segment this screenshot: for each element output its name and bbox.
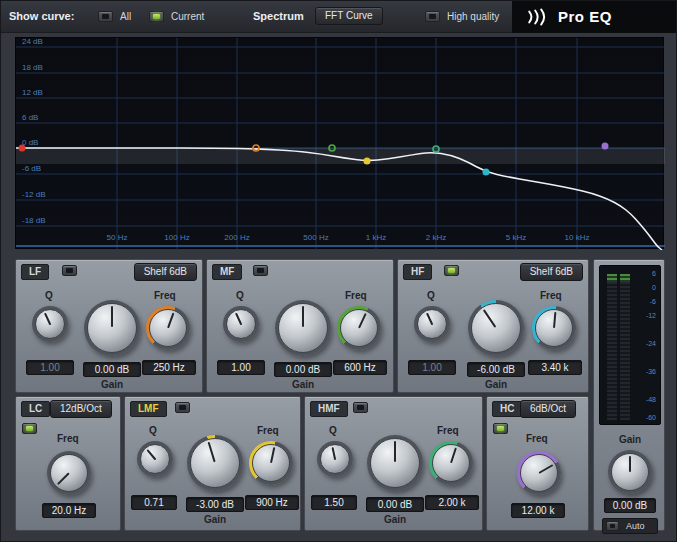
hc-enable-checkbox[interactable] (493, 423, 508, 434)
hc-slope-button[interactable]: 6dB/Oct (520, 400, 576, 418)
lmf-freq-knob[interactable] (249, 441, 293, 485)
mf-freq-value[interactable]: 600 Hz (333, 360, 387, 375)
hmf-q-knob[interactable] (317, 441, 353, 477)
hmf-gain-value[interactable]: 0.00 dB (366, 497, 424, 512)
eq-handle-lmf[interactable] (364, 158, 371, 165)
show-curve-label: Show curve: (9, 10, 74, 22)
hmf-q-value[interactable]: 1.50 (311, 495, 357, 510)
hf-freq-value[interactable]: 3.40 k (528, 360, 582, 375)
knob-pointer (553, 312, 556, 328)
hmf-gain-knob[interactable] (367, 435, 423, 491)
mf-q-knob[interactable] (223, 306, 259, 342)
hf-gain-knob[interactable] (468, 300, 524, 356)
lmf-gain-label: Gain (186, 514, 244, 525)
lf-freq-label: Freq (154, 290, 176, 301)
band-panel-lc: LC 12dB/Oct Freq 20.0 Hz (15, 396, 121, 531)
show-current-checkbox[interactable] (149, 11, 164, 22)
lmf-q-knob[interactable] (137, 441, 173, 477)
fft-curve-button[interactable]: FFT Curve (315, 7, 383, 25)
db-axis-label: 12 dB (22, 88, 43, 97)
knob-pointer (111, 306, 113, 327)
knob-pointer (629, 456, 631, 472)
knob-rotor (513, 447, 565, 499)
lf-freq-value[interactable]: 250 Hz (142, 360, 196, 375)
hc-freq-value[interactable]: 12.00 k (511, 503, 565, 518)
hmf-gain-label: Gain (366, 514, 424, 525)
lc-enable-checkbox[interactable] (22, 423, 37, 434)
knob-pointer (302, 306, 304, 327)
freq-axis-label: 50 Hz (107, 233, 128, 242)
hc-freq-label: Freq (526, 433, 548, 444)
show-all-checkbox[interactable] (98, 11, 113, 22)
freq-axis-label: 2 kHz (426, 233, 446, 242)
freq-axis-label: 500 Hz (303, 233, 328, 242)
high-quality-label: High quality (447, 11, 499, 22)
knob-rotor (317, 441, 353, 477)
hf-freq-knob[interactable] (532, 306, 576, 350)
knob-pointer (358, 313, 367, 328)
lf-q-knob[interactable] (32, 306, 68, 342)
band-tab-lmf[interactable]: LMF (130, 401, 167, 417)
lf-gain-knob[interactable] (84, 300, 140, 356)
knob-pointer (539, 464, 554, 474)
hf-shelf-button[interactable]: Shelf 6dB (520, 263, 583, 281)
mf-q-value[interactable]: 1.00 (217, 360, 265, 375)
meter-bar-left (607, 274, 617, 420)
output-gain-value[interactable]: 0.00 dB (604, 498, 656, 513)
lf-enable-checkbox[interactable] (62, 265, 77, 276)
high-quality-led (429, 14, 436, 19)
band-panel-mf: MF Q 1.00 0.00 dB Gain Freq 600 Hz (206, 259, 394, 393)
lc-freq-value[interactable]: 20.0 Hz (42, 503, 96, 518)
meter-scale-label: 0 (636, 284, 656, 291)
hc-freq-knob[interactable] (517, 451, 561, 495)
hf-q-value[interactable]: 1.00 (408, 360, 456, 375)
band-tab-mf[interactable]: MF (212, 264, 242, 280)
show-all-led (102, 14, 109, 19)
toolbar: Show curve: All Current Spectrum FFT Cur… (1, 1, 677, 33)
lmf-freq-value[interactable]: 900 Hz (245, 495, 299, 510)
eq-handle-hf[interactable] (483, 169, 490, 176)
mf-freq-knob[interactable] (337, 306, 381, 350)
auto-checkbox[interactable] (606, 521, 619, 531)
mf-gain-knob[interactable] (275, 300, 331, 356)
output-gain-knob[interactable] (608, 450, 652, 494)
lf-shelf-button[interactable]: Shelf 6dB (134, 263, 197, 281)
lc-enable-led (26, 426, 33, 431)
lc-freq-knob[interactable] (47, 451, 91, 495)
band-panel-hmf: HMF Q 1.50 0.00 dB Gain Freq 2.00 k (304, 396, 483, 531)
lf-q-value[interactable]: 1.00 (26, 360, 74, 375)
band-tab-hmf[interactable]: HMF (310, 401, 348, 417)
mf-enable-checkbox[interactable] (253, 265, 268, 276)
hf-enable-checkbox[interactable] (444, 265, 459, 276)
mf-gain-value[interactable]: 0.00 dB (274, 362, 332, 377)
high-quality-checkbox[interactable] (425, 11, 440, 22)
lf-gain-value[interactable]: 0.00 dB (83, 362, 141, 377)
lmf-enable-checkbox[interactable] (175, 402, 190, 413)
hmf-freq-knob[interactable] (429, 441, 473, 485)
db-axis-label: 6 dB (22, 113, 38, 122)
eq-graph[interactable]: 24 dB18 dB12 dB6 dB0 dB-6 dB-12 dB-18 dB… (15, 37, 664, 249)
lmf-gain-knob[interactable] (187, 435, 243, 491)
band-tab-hf[interactable]: HF (403, 264, 432, 280)
band-tab-hc[interactable]: HC (492, 401, 522, 417)
band-tab-lc[interactable]: LC (21, 401, 50, 417)
lmf-q-value[interactable]: 0.71 (131, 495, 177, 510)
hf-q-knob[interactable] (414, 306, 450, 342)
db-axis-label: 24 dB (22, 38, 43, 46)
knob-rotor (370, 438, 420, 488)
lc-slope-button[interactable]: 12dB/Oct (50, 400, 112, 418)
band-tab-lf[interactable]: LF (21, 264, 49, 280)
hmf-freq-value[interactable]: 2.00 k (425, 495, 479, 510)
lf-freq-knob[interactable] (146, 306, 190, 350)
spectrum-label: Spectrum (253, 10, 304, 22)
meter-bar-right (620, 274, 630, 420)
output-gain-label: Gain (594, 434, 666, 445)
lmf-gain-value[interactable]: -3.00 dB (186, 497, 244, 512)
presonus-logo-icon (526, 8, 552, 26)
hmf-enable-checkbox[interactable] (353, 402, 368, 413)
hf-enable-led (448, 268, 455, 273)
auto-label: Auto (626, 521, 645, 531)
hmf-q-label: Q (329, 425, 337, 436)
hf-gain-value[interactable]: -6.00 dB (467, 362, 525, 377)
eq-handle-hc[interactable] (602, 143, 609, 150)
